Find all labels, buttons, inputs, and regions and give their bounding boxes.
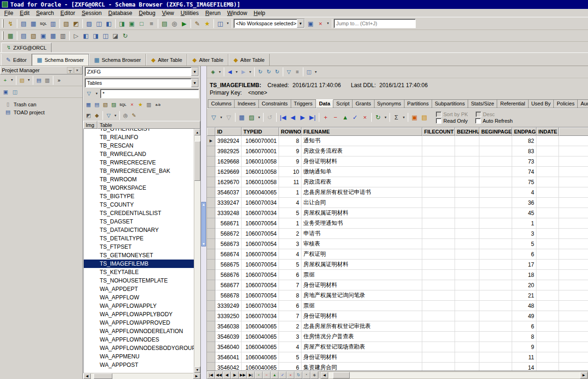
grid-cell[interactable]: 568674 (215, 249, 242, 260)
window-tab-schema-browser[interactable]: ▦Schema Browser (32, 54, 89, 66)
open-document-icon[interactable]: ▧ (29, 31, 38, 41)
back-icon[interactable]: ◀ (226, 68, 234, 76)
grid-cell[interactable]: 1060070054 (242, 270, 279, 280)
grid-cell[interactable] (537, 229, 559, 239)
single-record-view-icon[interactable]: ▤ (419, 112, 429, 122)
next-page-icon[interactable]: ▶▶ (239, 372, 247, 379)
grid-column-header-indate[interactable]: INDATE (537, 127, 559, 136)
grid-cell[interactable]: 申请书 (301, 229, 422, 239)
grid-cell[interactable] (537, 311, 559, 321)
grid-cell[interactable]: 1 (512, 218, 537, 229)
grid-cell[interactable]: 房屋权属证明材料 (301, 208, 422, 218)
delete-record-icon[interactable]: − (263, 372, 271, 379)
grid-row[interactable]: 56867710600700547身份证明材料20 (207, 280, 588, 290)
grid-cell[interactable]: 6 (512, 249, 537, 260)
table-list-item[interactable]: TS_DATADICTIONARY (84, 226, 194, 234)
chevron-down-icon[interactable]: ▾ (94, 89, 99, 98)
object-tab-auditing[interactable]: Auditing (578, 99, 588, 108)
auto-refresh-checkbox[interactable]: Auto Refresh (475, 118, 513, 124)
export-data-icon[interactable]: ▨ (110, 101, 118, 109)
object-palette-icon[interactable]: ▥ (48, 19, 58, 29)
grid-cell[interactable]: 6 (279, 363, 301, 371)
grid-cell[interactable]: 48 (512, 301, 537, 311)
menu-view[interactable]: View (159, 9, 177, 17)
grid-cell[interactable]: 集资建房合同 (301, 363, 422, 371)
menu-help[interactable]: Help (250, 9, 269, 17)
filter-browser-icon[interactable]: ▽ (285, 68, 293, 76)
grid-cell[interactable]: 5 (279, 352, 301, 363)
paste-file-icon[interactable]: ◨ (91, 31, 101, 41)
grid-cell[interactable]: 7 (279, 280, 301, 290)
cancel-edit-icon[interactable]: × (360, 112, 370, 122)
grid-cell[interactable] (537, 156, 559, 167)
grid-cell[interactable]: 住房情况分户普查表 (301, 332, 422, 342)
grid-cell[interactable]: 身份证明材料 (301, 352, 422, 363)
grid-column-header-id[interactable]: ID (215, 127, 242, 136)
grid-cell[interactable] (422, 229, 455, 239)
grid-vscrollbar[interactable]: ▲ ▼ (201, 66, 207, 379)
grid-cell[interactable]: 18 (512, 270, 537, 280)
find-object-icon[interactable]: ◎ (121, 111, 130, 120)
grid-cell[interactable] (422, 177, 455, 187)
grid-cell[interactable] (537, 249, 559, 260)
grid-cell[interactable] (479, 187, 512, 198)
grid-cell[interactable] (479, 198, 512, 208)
more-buttons-icon[interactable]: » (55, 76, 63, 84)
table-list-item[interactable]: WA_APPPOST (84, 361, 194, 369)
goto-row-icon[interactable]: ◈ (310, 372, 318, 379)
grid-cell[interactable] (455, 167, 479, 177)
grid-column-header-rowno[interactable]: ROWNO (279, 127, 301, 136)
object-tab-triggers[interactable]: Triggers (291, 99, 316, 108)
customize-icon[interactable]: ★ (202, 19, 212, 29)
grid-cell[interactable] (422, 249, 455, 260)
grid-cell[interactable]: 36 (512, 198, 537, 208)
delete-file-icon[interactable]: ◪ (110, 31, 120, 41)
grid-hscrollbar[interactable]: ◀ ▶ (320, 372, 588, 379)
grid-column-header-typeid[interactable]: TYPEID (242, 127, 279, 136)
grid-cell[interactable]: 1 (279, 218, 301, 229)
grid-cell[interactable]: 4 (279, 249, 301, 260)
grid-cell[interactable] (479, 290, 512, 301)
grid-cell[interactable]: 8 (279, 290, 301, 301)
grid-cell[interactable] (479, 239, 512, 249)
object-type-select[interactable]: Tables ▼ (85, 78, 199, 88)
grid-cell[interactable] (537, 136, 559, 146)
analyze-table-icon[interactable]: ◆ (93, 111, 101, 120)
grid-cell[interactable]: 3339247 (215, 198, 242, 208)
grid-row[interactable]: 1629669106001005810缴纳通知单74 (207, 167, 588, 177)
grid-cell[interactable] (537, 167, 559, 177)
grid-cell[interactable] (537, 342, 559, 352)
grid-column-header-filecount[interactable]: FILECOUNT (422, 127, 455, 136)
grid-cell[interactable]: 568677 (215, 280, 242, 290)
object-tab-subpartitions[interactable]: Subpartitions (432, 99, 468, 108)
grid-cell[interactable] (479, 177, 512, 187)
grid-cell[interactable] (455, 156, 479, 167)
grid-cell[interactable] (537, 352, 559, 363)
grid-cell[interactable] (537, 332, 559, 342)
grid-cell[interactable]: 1060070001 (242, 136, 279, 146)
grid-cell[interactable]: 5 (279, 260, 301, 270)
grid-cell[interactable]: 568675 (215, 260, 242, 270)
grid-row[interactable]: 162966810600100589身份证明材料73 (207, 156, 588, 167)
grid-cell[interactable] (479, 311, 512, 321)
object-tab-data[interactable]: Data (316, 99, 334, 108)
grid-cell[interactable]: 房政流程表 (301, 177, 422, 187)
check-out-icon[interactable]: □ (137, 19, 147, 29)
grid-cell[interactable] (479, 280, 512, 290)
grid-cell[interactable] (537, 280, 559, 290)
grid-cell[interactable]: 1060040065 (242, 352, 279, 363)
grid-cell[interactable]: 3546038 (215, 321, 242, 332)
grid-cell[interactable] (479, 136, 512, 146)
grid-cell[interactable]: 3339250 (215, 311, 242, 321)
grid-cell[interactable]: 忠县房屋所有权登记审批表 (301, 321, 422, 332)
export-dataset-icon[interactable]: ▨ (247, 112, 257, 122)
grid-row[interactable]: 333925010600700347身份证明材料49 (207, 311, 588, 321)
new-table-icon[interactable]: ▤ (93, 101, 101, 109)
prior-record-icon[interactable]: ◀ (223, 372, 231, 379)
grid-row[interactable]: ▶398292410600700018通知书82 (207, 136, 588, 146)
first-record-icon[interactable]: |◀ (278, 112, 288, 122)
grid-cell[interactable] (455, 218, 479, 229)
add-project-item-icon[interactable]: + (1, 76, 9, 84)
tools-icon[interactable]: ✎ (130, 111, 138, 120)
toad-options-icon[interactable]: ✎ (192, 19, 202, 29)
